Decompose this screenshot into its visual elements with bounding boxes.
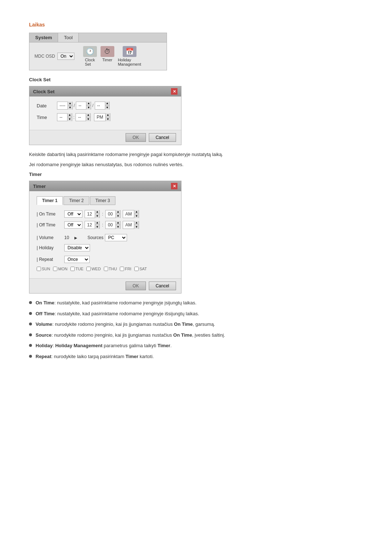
on-min-spin[interactable]: 00 ▲▼ xyxy=(105,210,121,218)
on-time-select[interactable]: Off On xyxy=(64,210,82,218)
day-sat-checkbox[interactable] xyxy=(134,267,139,271)
bullet-dot-2 xyxy=(29,312,32,315)
volume-increase-button[interactable]: ▶ xyxy=(74,236,77,240)
clock-set-icon-item[interactable]: 🕐 ClockSet xyxy=(83,46,97,66)
date-label: Date xyxy=(37,103,55,108)
on-ampm-up[interactable]: ▲ xyxy=(134,210,139,214)
time-spin1-up[interactable]: ▲ xyxy=(68,113,72,117)
date-spin3[interactable]: -- ▲ ▼ xyxy=(95,102,110,110)
off-ampm-down[interactable]: ▼ xyxy=(134,225,139,229)
off-hour-down[interactable]: ▼ xyxy=(95,225,99,229)
clock-set-cancel-button[interactable]: Cancel xyxy=(149,133,176,142)
time-spin1-buttons: ▲ ▼ xyxy=(68,113,72,121)
on-min-up[interactable]: ▲ xyxy=(116,210,120,214)
off-ampm-spin[interactable]: AM ▲▼ xyxy=(123,221,139,229)
on-min-down[interactable]: ▼ xyxy=(116,214,120,218)
clock-set-label: ClockSet xyxy=(85,58,95,66)
repeat-select[interactable]: Once Daily Weekly xyxy=(64,256,90,263)
day-thu[interactable]: THU xyxy=(104,267,117,271)
clock-set-ok-button[interactable]: OK xyxy=(126,133,146,142)
timer-dialog: Timer ✕ Timer 1 Timer 2 Timer 3 | On Tim… xyxy=(29,181,181,294)
date-spin2-down[interactable]: ▼ xyxy=(86,106,91,110)
tab-system[interactable]: System xyxy=(29,33,58,42)
timer-tab-1[interactable]: Timer 1 xyxy=(37,196,63,205)
off-min-spin[interactable]: 00 ▲▼ xyxy=(105,221,121,229)
day-sun-checkbox[interactable] xyxy=(37,267,41,271)
timer-icon: ⏱ xyxy=(101,46,114,57)
sources-select[interactable]: PC HDMI xyxy=(105,234,127,241)
off-min-up[interactable]: ▲ xyxy=(116,221,120,225)
clock-set-footer: OK Cancel xyxy=(29,130,181,145)
on-hour-down[interactable]: ▼ xyxy=(95,214,99,218)
timer-cancel-button[interactable]: Cancel xyxy=(149,282,176,290)
day-mon-checkbox[interactable] xyxy=(53,267,57,271)
timer-tab-3[interactable]: Timer 3 xyxy=(90,196,115,205)
off-time-select[interactable]: Off On xyxy=(64,221,82,229)
ampm-spin[interactable]: PM ▲ ▼ xyxy=(94,113,110,121)
off-ampm-val: AM xyxy=(123,221,134,229)
bullet-off-time: Off Time: nustatykite, kad pasirinktame … xyxy=(29,310,363,317)
on-hour-spin[interactable]: 12 ▲▼ xyxy=(85,210,100,218)
date-sep2: / xyxy=(92,103,93,108)
repeat-label: | Repeat xyxy=(37,257,62,262)
time-spin1-down[interactable]: ▼ xyxy=(68,117,72,121)
day-thu-checkbox[interactable] xyxy=(104,267,108,271)
ampm-down[interactable]: ▼ xyxy=(106,117,110,121)
date-spin3-up[interactable]: ▲ xyxy=(105,102,110,106)
time-spin2-down[interactable]: ▼ xyxy=(86,117,90,121)
day-fri-checkbox[interactable] xyxy=(120,267,124,271)
ampm-up[interactable]: ▲ xyxy=(106,113,110,117)
day-tue[interactable]: TUE xyxy=(70,267,83,271)
holiday-icon-item[interactable]: 📅 HolidayManagement xyxy=(118,46,141,66)
off-min-down[interactable]: ▼ xyxy=(116,225,120,229)
mdc-osd-row: MDC OSD On Off xyxy=(34,53,74,60)
laikas-section: Laikas System Tool MDC OSD On Off 🕐 Cloc… xyxy=(29,22,363,360)
timer-tab-2[interactable]: Timer 2 xyxy=(64,196,89,205)
date-spin3-down[interactable]: ▼ xyxy=(105,106,110,110)
bullet-source: Source: nurodykite rodomo įrenginio, kai… xyxy=(29,332,363,339)
laikas-title: Laikas xyxy=(29,22,363,28)
time-spin1[interactable]: -- ▲ ▼ xyxy=(57,113,72,121)
day-wed[interactable]: WED xyxy=(86,267,101,271)
bullet-on-time-text: On Time: nustatykite, kad pasirinktame r… xyxy=(36,299,196,307)
on-hour-up[interactable]: ▲ xyxy=(95,210,99,214)
date-spin2-up[interactable]: ▲ xyxy=(86,102,91,106)
day-mon[interactable]: MON xyxy=(53,267,68,271)
day-tue-checkbox[interactable] xyxy=(70,267,75,271)
time-field-group: -- ▲ ▼ : -- ▲ ▼ xyxy=(57,113,110,121)
off-time-label: | Off Time xyxy=(37,222,62,227)
tab-tool[interactable]: Tool xyxy=(58,33,79,42)
off-ampm-up[interactable]: ▲ xyxy=(134,221,139,225)
date-spin2[interactable]: -- ▲ ▼ xyxy=(76,102,91,110)
day-sat[interactable]: SAT xyxy=(134,267,147,271)
clock-set-close-button[interactable]: ✕ xyxy=(171,88,177,95)
timer-icon-item[interactable]: ⏱ Timer xyxy=(101,46,114,66)
day-sun[interactable]: SUN xyxy=(37,267,50,271)
bullet-holiday: Holiday: Holiday Management parametrus g… xyxy=(29,342,363,349)
timer-close-button[interactable]: ✕ xyxy=(171,183,177,189)
holiday-select[interactable]: Disable Enable xyxy=(64,244,90,251)
icon-group: 🕐 ClockSet ⏱ Timer 📅 HolidayManagement xyxy=(83,46,141,66)
day-wed-checkbox[interactable] xyxy=(86,267,91,271)
mdc-osd-label: MDC OSD xyxy=(34,54,55,59)
bullet-holiday-text: Holiday: Holiday Management parametrus g… xyxy=(36,342,172,349)
date-field-group: ---- ▲ ▼ / -- ▲ ▼ / xyxy=(57,102,110,110)
date-val3: -- xyxy=(95,102,105,109)
day-fri[interactable]: FRI xyxy=(120,267,131,271)
app-window: System Tool MDC OSD On Off 🕐 ClockSet ⏱ … xyxy=(29,33,167,70)
on-ampm-spin[interactable]: AM ▲▼ xyxy=(123,210,139,218)
on-time-row: | On Time Off On 12 ▲▼ : 00 ▲▼ AM ▲▼ xyxy=(37,210,174,218)
off-hour-spin[interactable]: 12 ▲▼ xyxy=(85,221,100,229)
date-spin1-up[interactable]: ▲ xyxy=(68,102,72,106)
volume-sources-row: | Volume 10 ▶ Sources PC HDMI xyxy=(37,234,174,241)
mdc-osd-select[interactable]: On Off xyxy=(57,53,74,60)
bullet-dot-4 xyxy=(29,333,32,336)
timer-ok-button[interactable]: OK xyxy=(126,282,146,290)
time-spin2[interactable]: -- ▲ ▼ xyxy=(75,113,91,121)
off-hour-up[interactable]: ▲ xyxy=(95,221,99,225)
date-spin1-down[interactable]: ▼ xyxy=(68,106,72,110)
time-spin2-up[interactable]: ▲ xyxy=(86,113,90,117)
date-spin1[interactable]: ---- ▲ ▼ xyxy=(57,102,73,110)
on-ampm-down[interactable]: ▼ xyxy=(134,214,139,218)
date-val2: -- xyxy=(76,102,86,109)
